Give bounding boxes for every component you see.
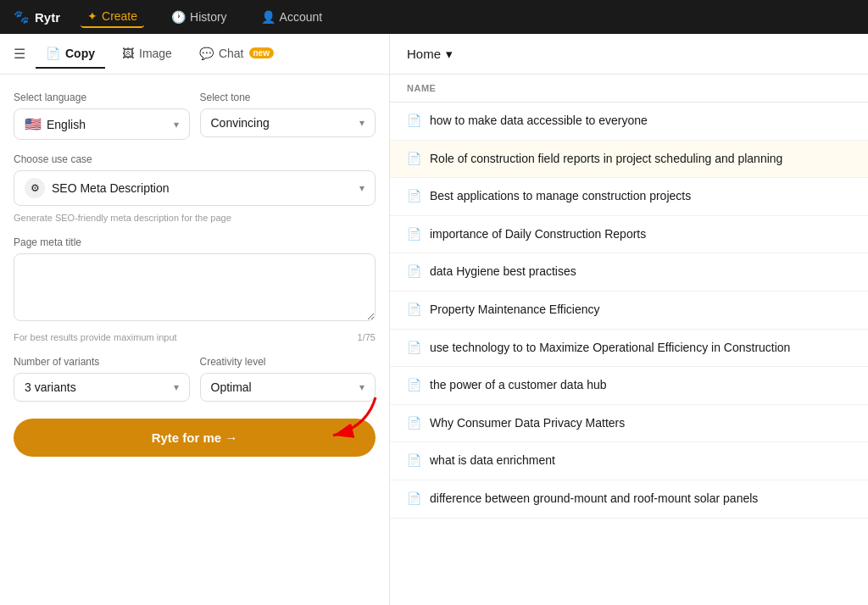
history-item-text: what is data enrichment xyxy=(430,452,555,469)
history-item-text: importance of Daily Construction Reports xyxy=(430,226,646,243)
right-panel: Home ▾ NAME 📄 how to make data accessibl… xyxy=(390,34,868,605)
textarea-hint-left: For best results provide maximum input xyxy=(14,332,177,342)
doc-icon: 📄 xyxy=(407,152,421,165)
image-tab-icon: 🖼 xyxy=(122,47,134,60)
tone-select[interactable]: Convincing ▾ xyxy=(200,108,376,137)
chat-tab-icon: 💬 xyxy=(199,47,214,60)
page-meta-title-label: Page meta title xyxy=(14,236,376,248)
history-item-text: the power of a customer data hub xyxy=(430,377,607,394)
page-meta-textarea[interactable] xyxy=(14,253,376,321)
history-item[interactable]: 📄 difference between ground-mount and ro… xyxy=(390,480,868,519)
history-item[interactable]: 📄 use technology to to Maximize Operatio… xyxy=(390,330,868,368)
use-case-icon: ⚙ xyxy=(25,178,45,198)
home-dropdown[interactable]: Home ▾ xyxy=(407,47,453,62)
create-icon: ✦ xyxy=(87,9,97,23)
left-panel: ☰ 📄 Copy 🖼 Image 💬 Chat new Select langu… xyxy=(0,34,390,605)
tab-copy[interactable]: 📄 Copy xyxy=(36,40,105,69)
creativity-chevron-icon: ▾ xyxy=(359,381,364,393)
doc-icon: 📄 xyxy=(407,227,421,241)
hamburger-icon[interactable]: ☰ xyxy=(14,46,25,62)
history-list: 📄 how to make data accessible to everyon… xyxy=(390,103,868,519)
tab-chat[interactable]: 💬 Chat new xyxy=(189,40,284,69)
copy-tab-icon: 📄 xyxy=(46,47,60,60)
textarea-char-count: 1/75 xyxy=(358,332,376,342)
history-item[interactable]: 📄 how to make data accessible to everyon… xyxy=(390,103,868,141)
form-area: Select language 🇺🇸English ▾ Select tone … xyxy=(0,75,389,474)
nav-item-account[interactable]: 👤 Account xyxy=(254,7,330,27)
language-label: Select language xyxy=(14,92,190,103)
history-item-text: use technology to to Maximize Operationa… xyxy=(430,340,790,357)
table-header: NAME xyxy=(390,75,868,103)
flag-icon: 🇺🇸English xyxy=(25,116,86,132)
history-item-text: how to make data accessible to everyone xyxy=(430,113,648,130)
right-header: Home ▾ xyxy=(390,34,868,75)
history-item[interactable]: 📄 what is data enrichment xyxy=(390,442,868,480)
language-select[interactable]: 🇺🇸English ▾ xyxy=(14,108,190,140)
doc-icon: 📄 xyxy=(407,491,421,505)
language-tone-row: Select language 🇺🇸English ▾ Select tone … xyxy=(14,92,376,140)
variants-chevron-icon: ▾ xyxy=(174,381,179,393)
ryte-btn-wrapper: Ryte for me → xyxy=(14,419,376,457)
history-item[interactable]: 📄 Property Maintenance Efficiency xyxy=(390,291,868,330)
nav-item-history[interactable]: 🕐 History xyxy=(164,7,234,27)
tone-group: Select tone Convincing ▾ xyxy=(200,92,376,140)
history-item[interactable]: 📄 Role of construction field reports in … xyxy=(390,141,868,179)
tone-label: Select tone xyxy=(200,92,376,103)
use-case-label: Choose use case xyxy=(14,153,376,165)
history-item[interactable]: 📄 data Hygiene best practises xyxy=(390,253,868,291)
history-item[interactable]: 📄 importance of Daily Construction Repor… xyxy=(390,216,868,254)
creativity-label: Creativity level xyxy=(200,356,376,368)
use-case-select[interactable]: ⚙ SEO Meta Description ▾ xyxy=(14,170,376,206)
doc-icon: 📄 xyxy=(407,416,421,430)
language-chevron-icon: ▾ xyxy=(174,119,179,130)
top-nav: 🐾 Rytr ✦ Create 🕐 History 👤 Account xyxy=(0,0,868,34)
history-item-text: data Hygiene best practises xyxy=(430,264,576,280)
use-case-chevron-icon: ▾ xyxy=(359,182,364,194)
history-item-text: difference between ground-mount and roof… xyxy=(430,491,758,508)
history-item-text: Property Maintenance Efficiency xyxy=(430,302,600,319)
variants-select[interactable]: 3 variants ▾ xyxy=(14,373,190,402)
doc-icon: 📄 xyxy=(407,189,421,203)
account-icon: 👤 xyxy=(261,10,275,24)
use-case-hint: Generate SEO-friendly meta description f… xyxy=(14,213,376,223)
history-item-text: Why Consumer Data Privacy Matters xyxy=(430,415,625,432)
language-group: Select language 🇺🇸English ▾ xyxy=(14,92,190,140)
history-icon: 🕐 xyxy=(171,10,186,24)
doc-icon: 📄 xyxy=(407,114,421,127)
textarea-hint-row: For best results provide maximum input 1… xyxy=(14,332,376,342)
tab-image[interactable]: 🖼 Image xyxy=(112,40,182,69)
main-layout: ☰ 📄 Copy 🖼 Image 💬 Chat new Select langu… xyxy=(0,34,868,605)
use-case-group: Choose use case ⚙ SEO Meta Description ▾… xyxy=(14,153,376,223)
doc-icon: 📄 xyxy=(407,378,421,391)
variants-label: Number of variants xyxy=(14,356,190,368)
nav-item-create[interactable]: ✦ Create xyxy=(81,6,144,28)
chat-new-badge: new xyxy=(249,47,274,58)
logo-text: Rytr xyxy=(35,10,60,25)
doc-icon: 📄 xyxy=(407,264,421,278)
nav-logo[interactable]: 🐾 Rytr xyxy=(14,9,60,25)
doc-icon: 📄 xyxy=(407,453,421,467)
doc-icon: 📄 xyxy=(407,341,421,354)
tone-chevron-icon: ▾ xyxy=(359,117,364,129)
variants-group: Number of variants 3 variants ▾ xyxy=(14,356,190,402)
history-item[interactable]: 📄 Why Consumer Data Privacy Matters xyxy=(390,405,868,443)
history-item[interactable]: 📄 the power of a customer data hub xyxy=(390,367,868,405)
red-arrow-annotation xyxy=(316,393,384,444)
logo-icon: 🐾 xyxy=(14,9,30,25)
history-table: NAME 📄 how to make data accessible to ev… xyxy=(390,75,868,605)
history-item-text: Best applications to manage construction… xyxy=(430,188,691,205)
page-meta-title-group: Page meta title For best results provide… xyxy=(14,236,376,342)
textarea-wrapper xyxy=(14,253,376,325)
history-item[interactable]: 📄 Best applications to manage constructi… xyxy=(390,178,868,216)
tab-bar: ☰ 📄 Copy 🖼 Image 💬 Chat new xyxy=(0,34,389,75)
home-chevron-icon: ▾ xyxy=(446,47,453,62)
history-item-text: Role of construction field reports in pr… xyxy=(430,151,782,168)
doc-icon: 📄 xyxy=(407,302,421,316)
